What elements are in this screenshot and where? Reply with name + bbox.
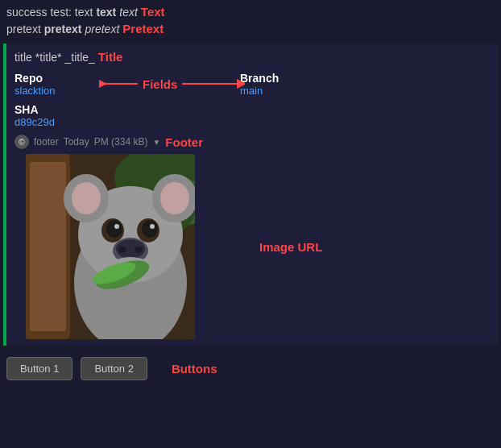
svg-point-19: [150, 224, 155, 229]
svg-point-23: [135, 247, 143, 253]
pretext-italic: pretext: [85, 23, 120, 35]
svg-point-13: [160, 182, 189, 214]
footer-time: Today: [64, 136, 89, 147]
koala-image: [26, 154, 195, 339]
footer-annotation: Footer: [165, 135, 203, 149]
svg-point-17: [142, 220, 158, 238]
sha-value: d89c29d: [14, 116, 490, 128]
koala-svg: [26, 154, 195, 339]
svg-point-16: [106, 220, 122, 238]
branch-value: main: [240, 85, 279, 97]
svg-rect-7: [30, 162, 66, 331]
branch-label: Branch: [240, 72, 279, 85]
branch-field-group: Branch main: [240, 72, 279, 97]
repo-value: slacktion: [14, 85, 111, 97]
footer-text: footer: [34, 136, 59, 147]
button-2[interactable]: Button 2: [81, 357, 147, 380]
repo-label: Repo: [14, 72, 111, 85]
svg-point-22: [118, 247, 126, 253]
pretext-bold: pretext: [44, 23, 82, 35]
title-annotation: Title: [98, 50, 123, 64]
title-row: title *title* _title_ Title: [14, 50, 490, 64]
title-text-2: *title*: [35, 51, 62, 64]
footer-icon-symbol: ©: [19, 138, 24, 147]
success-annotation: Text: [141, 5, 165, 19]
title-text-1: title: [14, 51, 32, 64]
success-prefix: success test: text: [6, 6, 93, 19]
repo-field-group: Repo slacktion: [14, 72, 111, 97]
button-1[interactable]: Button 1: [6, 357, 72, 380]
footer-icon: ©: [14, 135, 29, 149]
footer-row: © footer Today PM (334 kB) ▼ Footer: [14, 135, 490, 149]
fields-row: Repo slacktion Branch main: [14, 72, 490, 97]
footer-dropdown[interactable]: ▼: [152, 138, 160, 147]
sha-row: SHA d89c29d: [14, 103, 490, 128]
footer-size: PM (334 kB): [94, 136, 148, 147]
title-text-3: _title_: [64, 51, 94, 64]
sha-label: SHA: [14, 103, 490, 116]
top-section: success test: text text text Text pretex…: [0, 0, 501, 40]
image-url-annotation: Image URL: [259, 240, 322, 254]
pretext-line: pretext pretext pretext Pretext: [6, 20, 495, 37]
buttons-row: Button 1 Button 2 Buttons: [0, 349, 501, 388]
image-row: Image URL: [14, 154, 490, 339]
svg-point-18: [114, 224, 119, 229]
success-italic: text: [119, 6, 138, 19]
buttons-annotation: Buttons: [172, 362, 217, 375]
success-bold: text: [96, 6, 116, 19]
success-line: success test: text text text Text: [6, 3, 495, 20]
main-card: title *title* _title_ Title Repo slackti…: [3, 44, 498, 346]
svg-point-11: [72, 182, 101, 214]
pretext-prefix: pretext: [6, 23, 41, 35]
pretext-annotation: Pretext: [122, 22, 164, 35]
